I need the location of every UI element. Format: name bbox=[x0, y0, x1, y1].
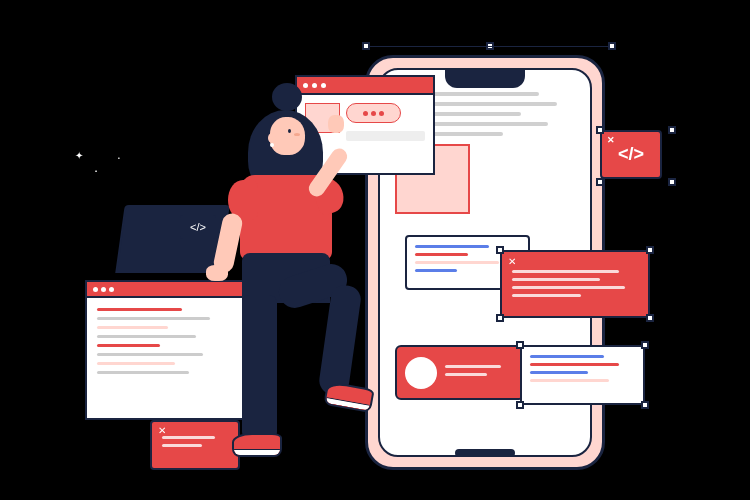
selection-handle-icon bbox=[646, 246, 654, 254]
text-line bbox=[530, 355, 604, 358]
text-line bbox=[530, 363, 619, 366]
text-line bbox=[415, 261, 499, 264]
hand bbox=[206, 265, 228, 281]
window-control-icon bbox=[109, 287, 114, 292]
close-icon: ✕ bbox=[607, 135, 615, 145]
leg bbox=[242, 295, 277, 440]
selection-handle-icon bbox=[646, 314, 654, 322]
dot-icon bbox=[363, 111, 368, 116]
selection-handle-icon bbox=[608, 42, 616, 50]
text-line bbox=[530, 371, 588, 374]
selection-handle-icon bbox=[641, 341, 649, 349]
text-line bbox=[445, 373, 487, 376]
code-tag-icon: ✕ </> bbox=[600, 130, 662, 179]
text-line bbox=[162, 444, 202, 447]
close-icon: ✕ bbox=[508, 256, 516, 267]
selection-handle-icon bbox=[516, 401, 524, 409]
selection-handle-icon bbox=[668, 178, 676, 186]
text-line bbox=[97, 344, 160, 347]
selection-handle-icon bbox=[516, 341, 524, 349]
text-line bbox=[512, 278, 600, 281]
hair-bun bbox=[272, 83, 302, 111]
dot-icon bbox=[379, 111, 384, 116]
shoe-sole bbox=[326, 397, 370, 411]
text-line bbox=[415, 253, 468, 256]
illustration-canvas: ✦ • • ✕ bbox=[0, 0, 750, 500]
hand-pointing bbox=[328, 115, 344, 133]
person-illustration bbox=[200, 75, 360, 475]
text-line bbox=[97, 317, 210, 320]
text-line bbox=[97, 371, 189, 374]
text-line bbox=[512, 294, 581, 297]
ear bbox=[268, 133, 276, 143]
shoe bbox=[232, 433, 282, 457]
window-control-icon bbox=[93, 287, 98, 292]
avatar-icon bbox=[405, 357, 437, 389]
text-line bbox=[97, 326, 168, 329]
code-symbol: </> bbox=[618, 144, 644, 164]
text-line bbox=[445, 365, 501, 368]
selection-handle-icon bbox=[668, 126, 676, 134]
sparkle-icon: ✦ bbox=[75, 150, 83, 161]
text-line bbox=[530, 379, 609, 382]
selection-handle-icon bbox=[362, 42, 370, 50]
text-line bbox=[512, 286, 625, 289]
dot-icon: • bbox=[95, 168, 97, 174]
selection-handle-icon bbox=[496, 246, 504, 254]
content-card bbox=[520, 345, 645, 405]
text-line bbox=[512, 270, 619, 273]
selection-line bbox=[370, 46, 608, 47]
profile-card bbox=[395, 345, 525, 400]
shoe-sole bbox=[234, 449, 280, 455]
text-line bbox=[97, 353, 203, 356]
text-line bbox=[415, 269, 457, 272]
dot-icon: • bbox=[118, 155, 120, 161]
selection-handle-icon bbox=[496, 314, 504, 322]
selection-handle-icon bbox=[596, 178, 604, 186]
text-line bbox=[97, 362, 175, 365]
nose bbox=[294, 133, 300, 136]
code-card: ✕ bbox=[500, 250, 650, 318]
text-line bbox=[97, 335, 196, 338]
phone-home-indicator bbox=[455, 449, 515, 457]
dot-icon bbox=[371, 111, 376, 116]
eye bbox=[288, 129, 291, 133]
earring bbox=[270, 143, 274, 147]
selection-handle-icon bbox=[641, 401, 649, 409]
phone-notch bbox=[445, 70, 525, 88]
text-line bbox=[415, 245, 489, 248]
profile-text bbox=[445, 365, 515, 381]
text-line bbox=[97, 308, 182, 311]
selection-handle-icon bbox=[596, 126, 604, 134]
close-icon: ✕ bbox=[158, 425, 166, 436]
window-control-icon bbox=[101, 287, 106, 292]
